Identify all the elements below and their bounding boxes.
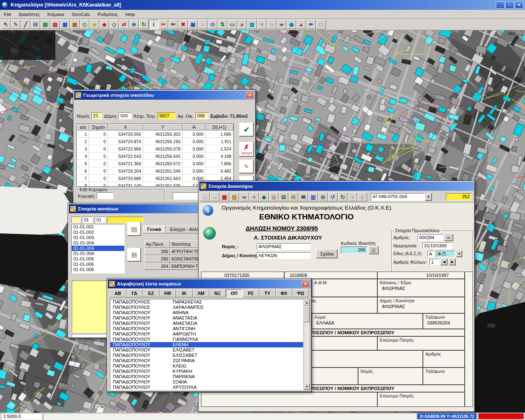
- sheet-next-button[interactable]: ▶: [449, 258, 456, 265]
- edit-point-button[interactable]: ✎: [239, 160, 254, 173]
- form-cell[interactable]: ΧώραΕΛΛΑΔΑ: [312, 313, 423, 329]
- form-cell[interactable]: Επώνυμο Πατρός: [377, 336, 465, 350]
- property-list-item[interactable]: 01-01-005: [72, 256, 124, 262]
- form-cell[interactable]: 10/10/1997: [377, 272, 465, 279]
- owner-toolbar-button[interactable]: ⌂: [358, 192, 367, 201]
- toolbar-button[interactable]: ╱: [21, 20, 30, 29]
- owner-toolbar-button[interactable]: ▤: [230, 192, 239, 201]
- names-list-row[interactable]: ΠΑΠΑΔΟΠΟΥΛΟΥΚΥΡΙΑΚΗ: [110, 369, 303, 374]
- close-button[interactable]: ✕: [515, 1, 523, 9]
- alphabet-tab[interactable]: ΛΜ: [193, 289, 210, 297]
- owner-toolbar-button[interactable]: ▥: [308, 192, 318, 201]
- protocol-type-field[interactable]: Α: [427, 251, 435, 257]
- toolbar-button[interactable]: ≡: [257, 20, 267, 29]
- menu-item[interactable]: File: [0, 11, 15, 18]
- parcel-combo[interactable]: 47-046-0701-004: [371, 193, 425, 201]
- coords-row[interactable]: 20534724.8744531255.1930.0001.911: [77, 139, 233, 146]
- toolbar-button[interactable]: ▤: [41, 20, 50, 29]
- protocol-search-button[interactable]: ∞: [444, 234, 453, 241]
- notes-memo[interactable]: [72, 281, 107, 333]
- coords-row[interactable]: 60534729.2044531261.5490.0000.482: [77, 168, 233, 176]
- oik-field[interactable]: 068: [196, 112, 209, 119]
- protocol-number-field[interactable]: 000284: [418, 234, 443, 241]
- property-list-item[interactable]: 01-01-006: [72, 267, 124, 272]
- alphabet-tab[interactable]: ΨΩ: [292, 289, 309, 297]
- toolbar-button[interactable]: ▲: [297, 20, 306, 29]
- cancel-button[interactable]: ✗Ακυρο: [239, 142, 254, 157]
- form-cell[interactable]: Δήμος / ΚοινότηταΦΛΩΡΙΝΑΣ: [377, 297, 465, 313]
- property-list-item[interactable]: 01-01-004: [72, 246, 124, 251]
- toolbar-button[interactable]: ⊟: [31, 20, 40, 29]
- toolbar-button[interactable]: ▩: [70, 20, 80, 29]
- toolbar-button[interactable]: ◆: [90, 20, 99, 29]
- owner-toolbar-button[interactable]: ≡: [249, 192, 259, 201]
- owner-toolbar-button[interactable]: ∞: [240, 192, 249, 201]
- owner-toolbar-button[interactable]: ↑: [348, 192, 357, 201]
- owners-grid-row[interactable]: 290ΚΩΝΣΤΑΝΤΙΝ: [144, 255, 202, 262]
- code-prefix-field[interactable]: [71, 217, 80, 223]
- menu-item[interactable]: Κλίμακα: [43, 11, 68, 18]
- print-button[interactable]: ⊟: [127, 248, 141, 262]
- protocol-date-field[interactable]: 31/10/1999: [422, 242, 452, 249]
- comments-button[interactable]: Σχόλια: [316, 249, 338, 258]
- restore-button[interactable]: □: [505, 1, 514, 9]
- minimize-button[interactable]: _: [496, 1, 504, 9]
- toolbar-button[interactable]: ⇅: [218, 20, 227, 29]
- names-list-row[interactable]: ΠΑΠΑΔΟΠΟΥΛΟΥΠΑΡΘΕΝΑ: [110, 374, 303, 379]
- owner-toolbar-button[interactable]: ▦: [220, 192, 229, 201]
- scrollbar-thumb[interactable]: [304, 306, 310, 322]
- ktim-field[interactable]: 5827: [158, 112, 176, 119]
- toolbar-button[interactable]: ▭: [228, 20, 237, 29]
- names-list-row[interactable]: ΠΑΠΑΔΟΠΟΥΛΟΥΚΛΕΙΩ: [110, 363, 303, 369]
- alphabet-tab[interactable]: ΟΠ: [226, 289, 243, 297]
- names-list-row[interactable]: ΠΑΠΑΔΟΠΟΥΛΟΥΑΝΑΣΤΑΣΙΑ: [110, 321, 303, 326]
- names-list-row[interactable]: ΠΑΠΑΔΟΠΟΥΛΟΥΕΛΕΝΗ: [110, 342, 303, 347]
- form-cell[interactable]: Τηλέφωνο038526204: [423, 313, 465, 329]
- names-list-row[interactable]: ΠΑΠΑΔΟΠΟΥΛΟΥΕΛΙΣΑΒΕΤ: [110, 347, 303, 353]
- owner-toolbar-button[interactable]: ✉: [299, 192, 308, 201]
- names-dialog-titlebar[interactable]: Αλφαβητική λίστα ονομάτων ✕: [108, 279, 310, 288]
- tab-elegxoi[interactable]: Ελεγχοι - Αλλαγές: [166, 225, 202, 233]
- owner-toolbar-button[interactable]: ←: [200, 192, 210, 201]
- dimos-field[interactable]: 025: [119, 112, 132, 119]
- layers-button[interactable]: ▤: [127, 222, 141, 236]
- names-list-row[interactable]: ΠΑΠΑΔΟΠΟΥΛΟΥΣΟΦΙΑ: [110, 379, 303, 385]
- owner-code-field[interactable]: 266: [341, 247, 367, 253]
- toolbar-button[interactable]: ✂: [169, 20, 178, 29]
- alphabet-tab[interactable]: ΦΧ: [276, 289, 292, 297]
- owner-toolbar-button[interactable]: ⊟: [279, 192, 288, 201]
- toolbar-button[interactable]: ▨: [50, 20, 60, 29]
- property-list-item[interactable]: 01-01-004: [72, 240, 124, 246]
- form-cell[interactable]: Α.Φ.Μ.: [312, 279, 377, 297]
- form-cell[interactable]: [201, 392, 377, 407]
- owner-toolbar-button[interactable]: ⊙: [318, 192, 328, 201]
- property-list-item[interactable]: 01-01-003: [72, 235, 124, 240]
- toolbar-button[interactable]: ↻: [139, 20, 148, 29]
- fp-combo[interactable]: Φ.Π.: [436, 251, 455, 257]
- confirm-button[interactable]: ✔: [239, 123, 254, 137]
- col-protocol[interactable]: Αρ.Πρωτ.: [144, 240, 170, 248]
- owners-grid-row[interactable]: 304ΕΜΠΟΡΙΚΗ ΤΡ: [144, 262, 202, 270]
- alphabet-tab[interactable]: ΤΥ: [259, 289, 276, 297]
- form-cell[interactable]: Κάτοικος / ΈδραΦΛΩΡΙΝΑΣ: [377, 279, 465, 297]
- coords-row[interactable]: 30534722.9664531255.0780.0001.524: [77, 146, 233, 153]
- property-list-item[interactable]: 01-01-002: [72, 230, 124, 235]
- toolbar-button[interactable]: ∞: [277, 20, 286, 29]
- alphabet-tab[interactable]: ΓΔ: [126, 289, 143, 297]
- window-titlebar[interactable]: Κτηματολόγιο [\\Home\c\Arx_Kt\Kavala\kav…: [0, 0, 525, 10]
- toolbar-button[interactable]: ⌕: [237, 20, 247, 29]
- alphabet-tab[interactable]: ΙΚ: [176, 289, 193, 297]
- properties-dialog-titlebar[interactable]: Στοιχεία ακινήτων: [69, 204, 202, 213]
- menu-item[interactable]: Ρυθμίσεις: [94, 11, 122, 18]
- property-list-item[interactable]: 01-01-001: [72, 224, 124, 230]
- sheet-prev-button[interactable]: ◀: [441, 258, 447, 265]
- owner-toolbar-button[interactable]: ◇: [269, 192, 278, 201]
- close-icon[interactable]: ✕: [302, 281, 309, 287]
- toolbar-button[interactable]: ↖: [1, 20, 11, 29]
- col-owner[interactable]: Ιδιοκτήτης: [170, 240, 202, 248]
- owner-toolbar-button[interactable]: ◆: [259, 192, 269, 201]
- close-icon[interactable]: ✕: [246, 92, 253, 98]
- toolbar-button[interactable]: □: [316, 20, 326, 29]
- owner-code-list-button[interactable]: ▤: [369, 246, 379, 254]
- form-cell[interactable]: Αριθμός: [423, 350, 465, 368]
